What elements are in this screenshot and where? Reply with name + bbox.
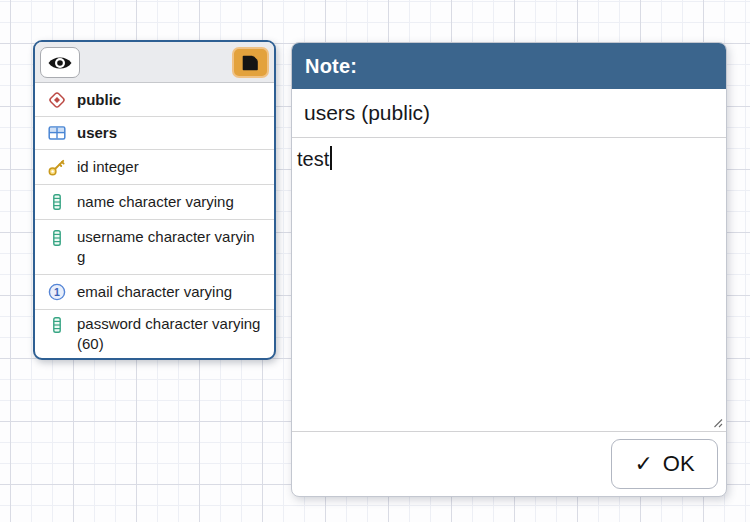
ok-label: OK	[663, 451, 695, 477]
primary-key-icon	[47, 157, 67, 177]
check-icon: ✓	[634, 453, 652, 475]
table-node-toolbar	[35, 42, 274, 83]
note-dialog-header: Note:	[292, 43, 726, 89]
column-row-username: username character varying	[35, 220, 274, 275]
note-dialog: Note: users (public) test ✓ OK	[291, 42, 727, 497]
column-row-email: 1 email character varying	[35, 275, 274, 310]
schema-row: public	[35, 83, 274, 117]
note-table-ref: users (public)	[292, 89, 726, 138]
schema-icon	[47, 90, 67, 110]
schema-name: public	[77, 90, 262, 110]
note-textarea[interactable]: test	[292, 138, 726, 432]
column-label: email character varying	[77, 282, 262, 302]
erd-canvas[interactable]: public users id integer	[0, 0, 750, 522]
show-details-button[interactable]	[40, 47, 80, 78]
ok-button[interactable]: ✓ OK	[611, 439, 718, 489]
table-node-users[interactable]: public users id integer	[33, 40, 276, 360]
note-button[interactable]	[232, 47, 269, 78]
table-icon	[47, 123, 67, 143]
column-row-name: name character varying	[35, 185, 274, 220]
column-label: password character varying (60)	[77, 314, 262, 354]
note-dialog-footer: ✓ OK	[292, 432, 726, 496]
text-caret	[330, 146, 332, 170]
svg-text:1: 1	[54, 286, 60, 298]
column-label: name character varying	[77, 192, 262, 212]
column-label: username character varying	[77, 227, 262, 267]
note-text: test	[297, 148, 329, 170]
column-row-id: id integer	[35, 150, 274, 185]
table-row: users	[35, 117, 274, 150]
resize-handle-icon[interactable]	[710, 415, 724, 429]
unique-one-icon: 1	[47, 282, 67, 302]
table-name: users	[77, 123, 262, 143]
column-icon	[47, 315, 67, 335]
column-icon	[47, 192, 67, 212]
column-row-password: password character varying (60)	[35, 310, 274, 358]
column-icon	[47, 228, 67, 248]
column-label: id integer	[77, 157, 262, 177]
note-icon	[240, 53, 261, 73]
note-dialog-title: Note:	[305, 55, 357, 78]
eye-icon	[47, 54, 73, 72]
